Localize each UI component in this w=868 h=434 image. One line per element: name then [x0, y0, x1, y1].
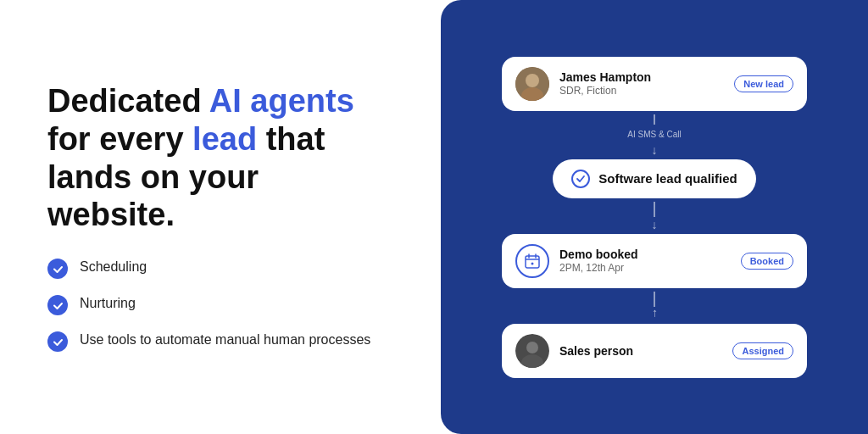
left-panel: Dedicated AI agents for every lead that … — [0, 0, 441, 434]
card-name: James Hampton — [559, 70, 724, 84]
svg-rect-3 — [526, 256, 539, 268]
connector-2: ↓ — [652, 198, 658, 234]
list-item: Use tools to automate manual human proce… — [47, 331, 393, 352]
connector-ai-sms: AI SMS & Call ↓ — [627, 111, 681, 159]
james-hampton-card: James Hampton SDR, Fiction New lead — [502, 57, 807, 111]
card-sub: SDR, Fiction — [559, 85, 724, 97]
demo-booked-card: Demo booked 2PM, 12th Apr Booked — [502, 234, 807, 288]
flow-container: James Hampton SDR, Fiction New lead AI S… — [502, 57, 807, 378]
list-item: Nurturing — [47, 294, 393, 315]
assigned-badge: Assigned — [732, 342, 793, 359]
hero-title: Dedicated AI agents for every lead that … — [47, 82, 393, 234]
check-icon — [47, 295, 68, 315]
title-accent1: AI agents — [209, 83, 354, 119]
avatar — [515, 67, 549, 101]
arrow-down-icon: ↓ — [651, 144, 657, 156]
card-info-demo: Demo booked 2PM, 12th Apr — [559, 248, 731, 274]
feature-tools: Use tools to automate manual human proce… — [80, 331, 370, 349]
demo-sub: 2PM, 12th Apr — [559, 262, 731, 274]
list-item: Scheduling — [47, 258, 393, 279]
qualified-card: Software lead qualified — [553, 159, 755, 198]
feature-nurturing: Nurturing — [80, 294, 136, 313]
qualified-check-icon — [571, 170, 590, 188]
new-lead-badge: New lead — [734, 75, 793, 92]
feature-scheduling: Scheduling — [80, 258, 147, 276]
title-part2: for every — [47, 121, 192, 157]
svg-point-4 — [531, 262, 534, 264]
card-info: James Hampton SDR, Fiction — [559, 70, 724, 97]
avatar-sales — [515, 334, 549, 368]
connector-label: AI SMS & Call — [627, 130, 681, 139]
connector-3: ↓ — [652, 288, 658, 324]
arrow-up-icon: ↓ — [652, 309, 658, 320]
svg-point-6 — [526, 342, 538, 353]
calendar-icon — [515, 244, 549, 278]
sales-name: Sales person — [559, 344, 722, 358]
title-accent2: lead — [192, 121, 257, 157]
right-panel: James Hampton SDR, Fiction New lead AI S… — [441, 0, 868, 434]
qualified-text: Software lead qualified — [598, 171, 737, 186]
demo-name: Demo booked — [559, 248, 731, 261]
card-info-sales: Sales person — [559, 344, 722, 358]
sales-person-card: Sales person Assigned — [502, 324, 807, 378]
check-icon — [47, 331, 68, 352]
svg-point-1 — [526, 74, 539, 87]
check-icon — [47, 259, 68, 279]
booked-badge: Booked — [741, 253, 793, 270]
arrow-down-icon-2: ↓ — [652, 219, 658, 231]
features-list: Scheduling Nurturing Use tools to automa… — [47, 258, 393, 352]
title-part1: Dedicated — [47, 83, 209, 119]
